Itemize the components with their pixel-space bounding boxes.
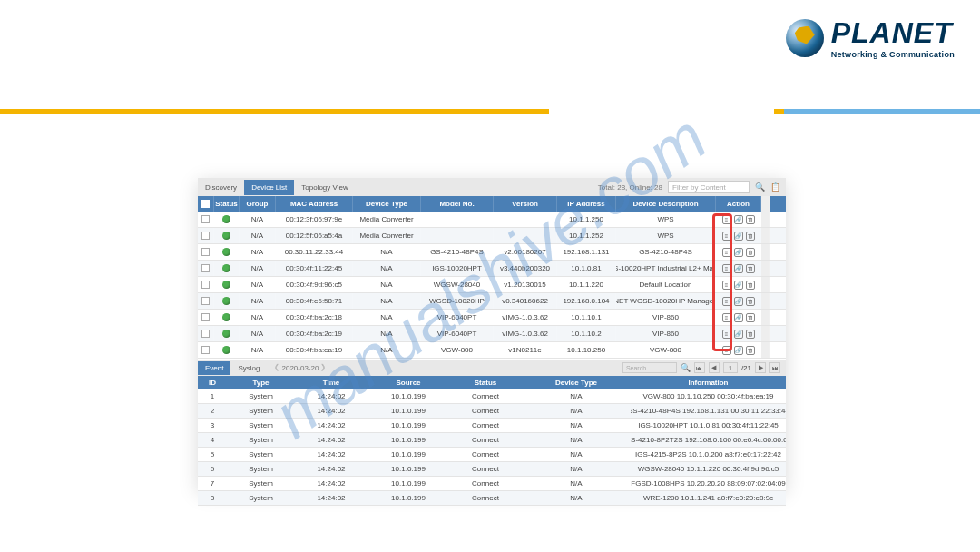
device-row[interactable]: N/A00:30:4f:9d:96:c5N/AWGSW-28040v1.2013…	[198, 277, 786, 293]
link-icon[interactable]: 🔗	[734, 248, 743, 257]
tab-topology-view[interactable]: Topology View	[294, 180, 355, 195]
link-icon[interactable]: 🔗	[734, 264, 743, 273]
row-checkbox[interactable]	[201, 346, 210, 354]
event-row[interactable]: 1System14:24:0210.1.0.199ConnectN/AVGW-8…	[198, 389, 786, 404]
search-icon[interactable]: 🔍	[755, 182, 765, 192]
delete-icon[interactable]: 🗑	[746, 313, 755, 322]
ecol-id[interactable]: ID	[198, 376, 227, 389]
delete-icon[interactable]: 🗑	[746, 346, 755, 355]
clipboard-icon[interactable]: 📋	[770, 182, 780, 192]
event-row[interactable]: 8System14:24:0210.1.0.199ConnectN/AWRE-1…	[198, 491, 786, 506]
cell-group: N/A	[240, 228, 276, 243]
scrollbar[interactable]	[761, 196, 770, 212]
settings-icon[interactable]: ≡	[722, 346, 731, 355]
tab-event[interactable]: Event	[198, 361, 230, 375]
page-first[interactable]: ⏮	[694, 362, 705, 373]
event-row[interactable]: 2System14:24:0210.1.0.199ConnectN/AGS-42…	[198, 404, 786, 419]
device-row[interactable]: N/A00:12:3f:06:97:9eMedia Converter10.1.…	[198, 212, 786, 228]
cell-info: FGSD-1008HPS 10.20.20.20 88:09:07:02:04:…	[631, 477, 786, 490]
row-checkbox[interactable]	[201, 297, 210, 305]
device-row[interactable]: N/A00:30:4f:11:22:45N/AIGS-10020HPTv3.44…	[198, 261, 786, 277]
col-model[interactable]: Model No.	[421, 196, 494, 212]
link-icon[interactable]: 🔗	[734, 281, 743, 290]
delete-icon[interactable]: 🗑	[746, 215, 755, 224]
ecol-device-type[interactable]: Device Type	[522, 376, 631, 389]
link-icon[interactable]: 🔗	[734, 313, 743, 322]
page-number[interactable]: 1	[723, 362, 738, 373]
link-icon[interactable]: 🔗	[734, 330, 743, 339]
page-prev[interactable]: ◀	[709, 362, 720, 373]
delete-icon[interactable]: 🗑	[746, 330, 755, 339]
cell-info: IGS-10020HPT 10.1.0.81 00:30:4f:11:22:45	[631, 419, 786, 432]
date-prev-icon[interactable]: 《	[270, 362, 279, 374]
col-ip[interactable]: IP Address	[557, 196, 616, 212]
settings-icon[interactable]: ≡	[722, 248, 731, 257]
page-last[interactable]: ⏭	[769, 362, 780, 373]
filter-input[interactable]: Filter by Content	[668, 181, 750, 193]
settings-icon[interactable]: ≡	[722, 215, 731, 224]
delete-icon[interactable]: 🗑	[746, 281, 755, 290]
row-checkbox[interactable]	[201, 264, 210, 272]
row-checkbox[interactable]	[201, 330, 210, 338]
event-row[interactable]: 6System14:24:0210.1.0.199ConnectN/AWGSW-…	[198, 462, 786, 477]
col-mac[interactable]: MAC Address	[276, 196, 353, 212]
device-row[interactable]: N/A00:30:11:22:33:44N/AGS-4210-48P4Sv2.0…	[198, 244, 786, 261]
col-device-type[interactable]: Device Type	[353, 196, 421, 212]
cell-devtype: N/A	[522, 419, 631, 432]
delete-icon[interactable]: 🗑	[746, 264, 755, 273]
select-all-checkbox[interactable]	[201, 200, 210, 208]
event-date[interactable]: 2020-03-20	[281, 364, 318, 372]
settings-icon[interactable]: ≡	[722, 330, 731, 339]
cell-status: Connect	[449, 404, 522, 418]
device-row[interactable]: N/A00:30:4f:e6:58:71N/AWGSD-10020HPv0.34…	[198, 293, 786, 310]
link-icon[interactable]: 🔗	[734, 297, 743, 306]
settings-icon[interactable]: ≡	[722, 297, 731, 306]
ecol-time[interactable]: Time	[295, 376, 368, 389]
tab-discovery[interactable]: Discovery	[198, 180, 244, 195]
delete-icon[interactable]: 🗑	[746, 248, 755, 257]
settings-icon[interactable]: ≡	[722, 264, 731, 273]
event-row[interactable]: 7System14:24:0210.1.0.199ConnectN/AFGSD-…	[198, 477, 786, 491]
settings-icon[interactable]: ≡	[722, 281, 731, 290]
row-checkbox[interactable]	[201, 313, 210, 321]
event-row[interactable]: 3System14:24:0210.1.0.199ConnectN/AIGS-1…	[198, 419, 786, 433]
settings-icon[interactable]: ≡	[722, 313, 731, 322]
settings-icon[interactable]: ≡	[722, 232, 731, 241]
cell-device-type: N/A	[353, 244, 421, 260]
cell-description: Default Location	[616, 277, 716, 292]
event-row[interactable]: 4System14:24:0210.1.0.199ConnectN/AGS-42…	[198, 433, 786, 448]
ecol-source[interactable]: Source	[368, 376, 449, 389]
event-search-input[interactable]: Search	[622, 362, 677, 373]
cell-devtype: N/A	[522, 448, 631, 461]
cell-group: N/A	[240, 342, 276, 358]
date-next-icon[interactable]: 》	[321, 362, 329, 374]
device-row[interactable]: N/A00:30:4f:ba:2c:18N/AVIP-6040PTvIMG-1.…	[198, 310, 786, 326]
col-version[interactable]: Version	[494, 196, 557, 212]
link-icon[interactable]: 🔗	[734, 215, 743, 224]
tab-syslog[interactable]: Syslog	[230, 361, 267, 375]
delete-icon[interactable]: 🗑	[746, 297, 755, 306]
cell-time: 14:24:02	[295, 389, 368, 403]
link-icon[interactable]: 🔗	[734, 346, 743, 355]
ecol-information[interactable]: Information	[631, 376, 786, 389]
row-checkbox[interactable]	[201, 232, 210, 240]
row-checkbox[interactable]	[201, 215, 210, 223]
device-row[interactable]: N/A00:30:4f:ba:2c:19N/AVIP-6040PTvIMG-1.…	[198, 326, 786, 342]
col-group[interactable]: Group	[240, 196, 276, 212]
row-checkbox[interactable]	[201, 248, 210, 256]
row-checkbox[interactable]	[201, 281, 210, 289]
device-row[interactable]: N/A00:12:5f:06:a5:4aMedia Converter10.1.…	[198, 228, 786, 244]
link-icon[interactable]: 🔗	[734, 232, 743, 241]
cell-type: System	[227, 491, 295, 505]
device-row[interactable]: N/A00:30:4f:ba:ea:19N/AVGW-800v1N0211e10…	[198, 342, 786, 359]
cell-time: 14:24:02	[295, 419, 368, 432]
delete-icon[interactable]: 🗑	[746, 232, 755, 241]
page-next[interactable]: ▶	[755, 362, 766, 373]
ecol-status[interactable]: Status	[449, 376, 522, 389]
ecol-type[interactable]: Type	[227, 376, 295, 389]
tab-device-list[interactable]: Device List	[244, 180, 294, 195]
col-description[interactable]: Device Description	[616, 196, 716, 212]
col-status[interactable]: Status	[214, 196, 240, 212]
event-row[interactable]: 5System14:24:0210.1.0.199ConnectN/AIGS-4…	[198, 448, 786, 462]
event-search-icon[interactable]: 🔍	[681, 363, 691, 372]
